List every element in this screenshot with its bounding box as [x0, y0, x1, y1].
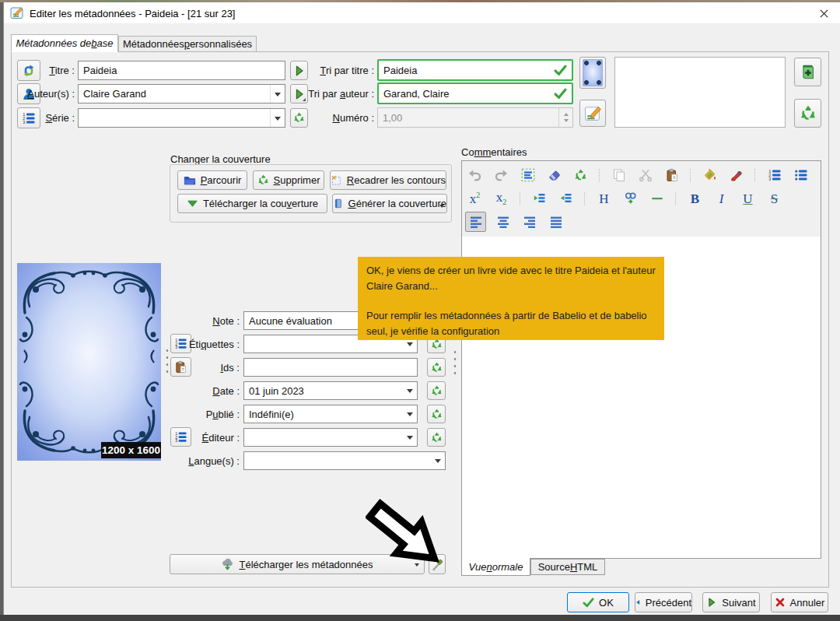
remove-cover-button[interactable]: Supprimer [253, 170, 324, 190]
toolbar-separator [675, 192, 677, 205]
download-metadata-label: Télécharger les métadonnées [239, 559, 373, 570]
date-dropdown[interactable] [403, 382, 417, 399]
clear-formatting-button[interactable] [544, 166, 564, 184]
crop-icon [331, 174, 342, 187]
edit-cover-button[interactable] [579, 100, 606, 127]
chevron-right-icon [706, 597, 717, 608]
subscript-button[interactable]: x2 [492, 189, 511, 208]
title-input-value: Paideia [83, 65, 117, 76]
clear-date-button[interactable] [427, 381, 446, 400]
tab-basic-metadata[interactable]: Métadonnées de base [11, 34, 118, 52]
authors-combo[interactable]: Claire Garand [78, 84, 285, 104]
title-input[interactable]: Paideia [78, 61, 285, 80]
author-sort-value: Garand, Claire [383, 88, 450, 100]
ids-input[interactable] [243, 358, 418, 377]
languages-dropdown[interactable] [431, 452, 445, 469]
horizontal-rule-button[interactable] [647, 189, 667, 208]
spinner-arrows[interactable] [558, 108, 572, 127]
series-number-spinner[interactable]: 1,00 [377, 107, 573, 128]
add-book-icon [800, 64, 817, 81]
series-combo[interactable] [78, 108, 285, 128]
trim-cover-label: Recadrer les contours [347, 174, 446, 186]
undo-icon [467, 168, 482, 183]
title-sort-label: Tri par titre : [294, 65, 374, 76]
remove-cover-label: Supprimer [274, 174, 320, 186]
paste-button[interactable] [662, 166, 681, 184]
browse-cover-label: Parcourir [201, 174, 242, 186]
authors-dropdown[interactable] [270, 85, 285, 103]
insert-link-button[interactable] [621, 189, 640, 208]
date-label: Date : [140, 385, 240, 397]
trim-cover-button[interactable]: Recadrer les contours [330, 170, 446, 190]
ordered-list-button[interactable] [765, 166, 784, 184]
author-sort-input[interactable]: Garand, Claire [377, 82, 573, 104]
publisher-combo[interactable] [243, 428, 418, 447]
background-color-button[interactable] [700, 166, 719, 184]
clear-published-button[interactable] [427, 405, 446, 423]
select-all-button[interactable] [518, 166, 537, 184]
align-left-icon [469, 215, 483, 229]
recycle-icon [431, 385, 443, 397]
add-format-button[interactable] [794, 58, 821, 86]
ok-button[interactable]: OK [567, 592, 629, 612]
select-all-icon [521, 168, 535, 182]
valid-check-icon [554, 87, 567, 100]
italic-button[interactable]: I [712, 189, 731, 208]
recycle-icon [800, 105, 817, 122]
generate-cover-label: Générer la couverture [348, 198, 446, 209]
generate-cover-menu-arrow [439, 205, 444, 210]
align-right-button[interactable] [520, 212, 539, 231]
rating-label: Note : [140, 315, 240, 327]
cut-button[interactable] [635, 166, 655, 184]
published-dropdown[interactable] [403, 405, 417, 423]
clear-ids-button[interactable] [427, 358, 446, 377]
tab-custom-metadata[interactable]: Métadonnées personnalisées [118, 36, 257, 52]
previous-button[interactable]: Précédent [635, 592, 692, 612]
clear-text-button[interactable] [571, 166, 590, 184]
cover-thumbnail-button[interactable] [579, 57, 606, 89]
align-justify-icon [549, 215, 563, 229]
publisher-dropdown[interactable] [403, 429, 417, 446]
align-justify-button[interactable] [546, 212, 565, 231]
heading-icon: H [599, 192, 608, 205]
next-button[interactable]: Suivant [702, 592, 760, 612]
generate-cover-button[interactable]: Générer la couverture [332, 194, 447, 213]
foreground-color-button[interactable] [726, 166, 746, 184]
screen: Editer les métadonnées - Paideia - [21 s… [0, 0, 840, 621]
series-dropdown[interactable] [270, 109, 285, 127]
outdent-button[interactable] [556, 189, 576, 208]
remove-format-button[interactable] [794, 99, 821, 128]
tab-normal-view[interactable]: Vue normale [461, 558, 530, 576]
download-cover-button[interactable]: Télécharger la couverture [177, 194, 327, 213]
strikethrough-button[interactable]: S [765, 189, 784, 208]
close-button[interactable] [810, 2, 837, 24]
align-center-button[interactable] [493, 212, 513, 231]
splitter-handle-right[interactable] [453, 349, 457, 378]
browse-cover-button[interactable]: Parcourir [177, 170, 247, 190]
bold-button[interactable]: B [685, 189, 705, 208]
indent-button[interactable] [530, 189, 549, 208]
title-sort-input[interactable]: Paideia [377, 59, 573, 81]
comments-toolbar-row2: x2 x2 H B I U S [465, 188, 817, 209]
recycle-icon [431, 362, 443, 374]
align-left-button[interactable] [465, 212, 486, 232]
underline-button[interactable]: U [738, 189, 758, 208]
ok-label: OK [599, 597, 614, 609]
languages-combo[interactable] [243, 451, 446, 470]
copy-icon [612, 168, 626, 182]
tab-html-source[interactable]: Source HTML [530, 559, 605, 575]
cancel-button[interactable]: Annuler [771, 592, 828, 612]
copy-button[interactable] [609, 166, 628, 184]
redo-button[interactable] [492, 166, 511, 184]
published-combo[interactable]: Indéfini(e) [243, 405, 418, 423]
formats-list[interactable] [614, 57, 786, 128]
recycle-icon [574, 169, 587, 182]
numbered-list-icon [768, 168, 782, 182]
date-combo[interactable]: 01 juin 2023 [243, 381, 418, 400]
toolbar-separator [599, 169, 600, 182]
undo-button[interactable] [465, 166, 485, 184]
clear-publisher-button[interactable] [427, 428, 446, 447]
superscript-button[interactable]: x2 [465, 189, 485, 208]
heading-button[interactable]: H [594, 189, 614, 208]
bullet-list-button[interactable] [791, 166, 810, 184]
